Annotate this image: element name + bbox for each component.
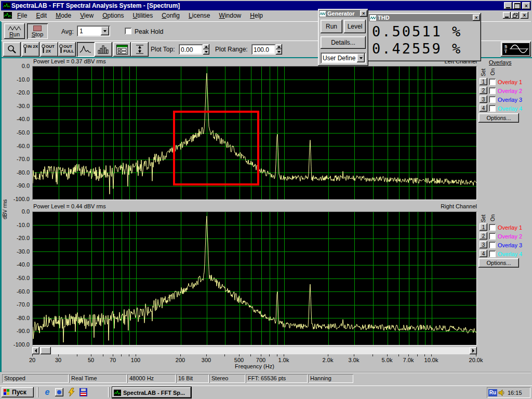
overlay-2-set-button[interactable]: 2 <box>480 232 487 240</box>
menu-file[interactable]: File <box>14 10 31 21</box>
zoom-out-full-button[interactable]: OUT FULL <box>58 42 76 57</box>
overlay-4-set-button[interactable]: 4 <box>480 250 487 257</box>
overlay-3-set-button[interactable]: 3 <box>480 96 487 103</box>
overlay-2-set-button[interactable]: 2 <box>480 87 487 94</box>
taskbar-separator[interactable] <box>108 387 110 397</box>
x-tick-mark <box>180 354 181 356</box>
generator-details-button[interactable]: Details... <box>321 36 366 49</box>
menu-options[interactable]: Options <box>99 10 127 21</box>
menu-help[interactable]: Help <box>246 10 267 21</box>
overlay-1-set-button[interactable]: 1 <box>480 223 487 231</box>
pin-icon <box>42 44 45 55</box>
generator-run-button[interactable]: Run <box>321 20 342 33</box>
scrollbar-right-arrow[interactable] <box>470 347 477 354</box>
x-tick-mark <box>113 354 113 356</box>
histogram-icon <box>98 45 109 54</box>
taskbar-separator[interactable] <box>37 387 38 397</box>
scrollbar-left-arrow[interactable] <box>32 347 39 354</box>
stop-button[interactable]: Stop <box>27 23 48 39</box>
menu-window[interactable]: Window <box>216 10 245 21</box>
histogram-view-button[interactable] <box>95 42 112 57</box>
minimize-button[interactable] <box>504 2 512 9</box>
spin-up[interactable] <box>276 44 282 49</box>
display-settings-button[interactable] <box>113 42 131 57</box>
zoom-tool-button[interactable] <box>3 42 21 57</box>
overlay-4-checkbox[interactable] <box>489 105 496 112</box>
overlay-2-checkbox[interactable] <box>489 233 496 240</box>
overlay-1-checkbox[interactable] <box>489 224 496 231</box>
generator-level-button[interactable]: Level <box>344 20 366 33</box>
generator-mode-arrow[interactable] <box>357 54 365 62</box>
x-tick-label: 300 <box>202 357 211 363</box>
spectrum-document-icon[interactable] <box>4 12 12 19</box>
avg-value: 1 <box>79 28 83 35</box>
plot-range-spinner[interactable] <box>276 44 282 55</box>
overlay-1-checkbox[interactable] <box>489 78 496 85</box>
overlay-options-button[interactable]: Options... <box>478 258 519 268</box>
overlay-4-label: Overlay 4 <box>498 251 522 257</box>
quick-launch-ie-icon[interactable]: e <box>43 388 52 397</box>
thd-title-bar[interactable]: THD × <box>369 14 480 21</box>
signal-generator-button[interactable]: S T <box>501 42 531 57</box>
set-column-label: Set <box>481 69 486 76</box>
menu-license[interactable]: License <box>185 10 214 21</box>
overlay-4-checkbox[interactable] <box>489 250 496 257</box>
x-tick-mark <box>373 354 373 356</box>
spin-up[interactable] <box>203 44 209 49</box>
spin-down[interactable] <box>203 49 209 55</box>
run-button[interactable]: Run <box>4 23 25 39</box>
plot-top-spinner[interactable] <box>203 44 209 55</box>
generator-close-button[interactable]: × <box>360 10 367 17</box>
avg-dropdown-arrow[interactable] <box>101 26 109 35</box>
vertical-scale-button[interactable] <box>131 42 149 57</box>
menu-utilities[interactable]: Utilities <box>129 10 157 21</box>
overlay-3-checkbox[interactable] <box>489 242 496 248</box>
y-tick-label: -70.0 <box>0 301 30 308</box>
x-tick-label: 30 <box>55 357 61 363</box>
overlay-1-set-button[interactable]: 1 <box>480 78 487 85</box>
on-column-label: On <box>490 215 496 221</box>
thd-close-button[interactable]: × <box>473 15 480 21</box>
plot-range-input[interactable]: 100.0 <box>251 44 275 55</box>
x-tick-mark <box>424 354 425 356</box>
mdi-restore-button[interactable] <box>511 12 519 19</box>
zoom-out-2x-button[interactable]: OUT 2X <box>41 42 58 57</box>
quick-launch-lightning-icon[interactable] <box>68 388 76 397</box>
x-tick-mark <box>103 354 103 356</box>
plot-top-input[interactable]: 0.00 <box>179 44 203 55</box>
quick-launch-viewer-icon[interactable] <box>55 388 63 396</box>
zoom-in-2x-button[interactable]: IN 2X <box>22 42 39 57</box>
close-button[interactable]: × <box>522 2 530 9</box>
overlay-3-checkbox[interactable] <box>489 96 496 103</box>
avg-combobox[interactable]: 1 <box>77 25 110 36</box>
start-button[interactable]: Пуск <box>2 387 34 397</box>
mdi-close-button[interactable]: × <box>521 12 528 19</box>
menu-config[interactable]: Config <box>158 10 183 21</box>
task-button-spectralab[interactable]: SpectraLAB - FFT Sp... <box>112 387 191 398</box>
overlay-4-set-button[interactable]: 4 <box>480 104 487 112</box>
overlay-3-set-button[interactable]: 3 <box>480 241 487 248</box>
mdi-minimize-button[interactable] <box>503 12 511 19</box>
status-channels: Stereo <box>209 374 245 383</box>
maximize-button[interactable] <box>513 2 521 9</box>
run-button-label: Run <box>9 31 20 37</box>
overlay-options-button[interactable]: Options... <box>478 113 519 123</box>
y-tick-label: -100.0 <box>0 341 30 348</box>
frequency-scrollbar[interactable] <box>32 347 477 354</box>
menu-edit[interactable]: Edit <box>32 10 50 21</box>
overlay-1-label: Overlay 1 <box>498 79 522 85</box>
menu-mode[interactable]: Mode <box>52 10 75 21</box>
overlay-2-checkbox[interactable] <box>489 87 496 94</box>
spin-down[interactable] <box>276 49 282 55</box>
scrollbar-thumb[interactable] <box>41 347 51 354</box>
x-tick-label: 7.0k <box>403 357 414 363</box>
overlay-2-label: Overlay 2 <box>498 233 522 240</box>
volume-icon[interactable] <box>498 389 506 396</box>
spectrum-view-button[interactable] <box>77 42 95 57</box>
language-indicator[interactable]: Ru <box>488 389 497 396</box>
quick-launch-save-icon[interactable] <box>79 388 87 396</box>
generator-mode-combobox[interactable]: User Define <box>321 52 366 63</box>
peak-hold-checkbox[interactable] <box>125 28 131 34</box>
menu-view[interactable]: View <box>76 10 97 21</box>
generator-title-bar[interactable]: Generator × <box>319 10 367 17</box>
